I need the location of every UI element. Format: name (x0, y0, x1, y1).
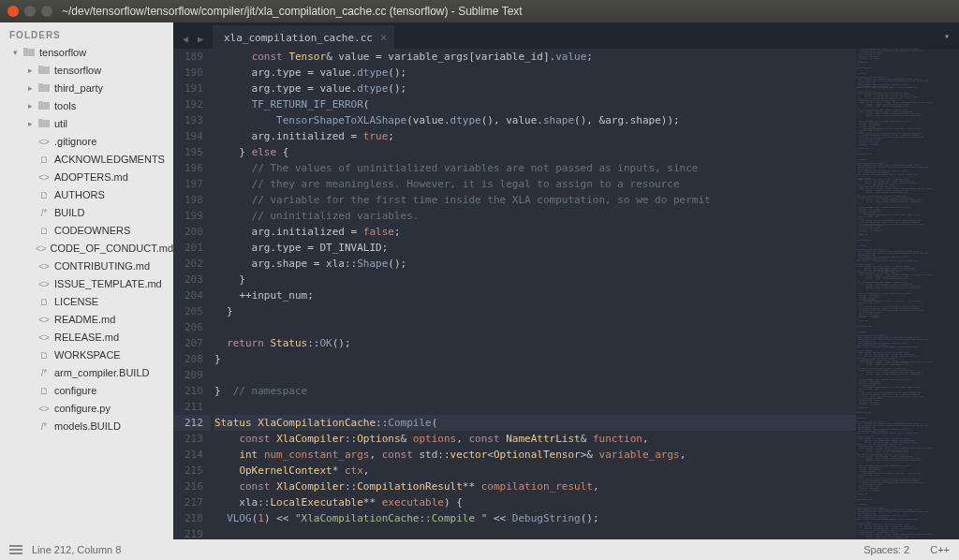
status-bar: Line 212, Column 8 Spaces: 2 C++ (0, 539, 959, 560)
folder-item[interactable]: ▸tools (0, 97, 173, 115)
item-label: configure (54, 383, 96, 399)
file-item[interactable]: <>CONTRIBUTING.md (0, 258, 173, 275)
folder-item[interactable]: ▸util (0, 115, 173, 133)
file-icon: <> (37, 276, 51, 292)
minimap[interactable]: const Tensor&amp; value = variable_args[… (856, 49, 959, 539)
folder-item[interactable]: ▸tensorflow (0, 62, 173, 80)
tab-bar: ◀ ▶ xla_compilation_cache.cc × ▾ (173, 22, 959, 49)
folder-icon (37, 81, 51, 96)
file-item[interactable]: <>ADOPTERS.md (0, 169, 173, 186)
file-item[interactable]: 🗋CODEOWNERS (0, 222, 173, 240)
folder-icon (37, 116, 51, 132)
file-item[interactable]: <>CODE_OF_CONDUCT.md (0, 240, 173, 258)
item-label: WORKSPACE (54, 347, 121, 363)
file-item[interactable]: <>README.md (0, 311, 173, 329)
window-title: ~/dev/tensorflow/tensorflow/compiler/jit… (62, 5, 523, 18)
file-icon: <> (37, 258, 51, 274)
file-item[interactable]: /*BUILD (0, 204, 173, 222)
cursor-position[interactable]: Line 212, Column 8 (32, 544, 121, 555)
item-label: models.BUILD (54, 419, 121, 435)
item-label: ADOPTERS.md (54, 169, 128, 185)
file-icon: 🗋 (37, 152, 51, 168)
file-icon: <> (37, 134, 51, 150)
folder-icon (22, 45, 36, 61)
file-item[interactable]: 🗋ACKNOWLEDGMENTS (0, 151, 173, 169)
folder-tree: ▾tensorflow▸tensorflow▸third_party▸tools… (0, 44, 173, 435)
file-icon: 🗋 (37, 294, 51, 310)
tab-overflow-icon[interactable]: ▾ (938, 27, 955, 45)
item-label: BUILD (54, 205, 84, 221)
disclosure-icon: ▸ (28, 81, 37, 96)
file-icon: <> (36, 241, 47, 257)
menu-icon[interactable] (9, 545, 22, 554)
indent-setting[interactable]: Spaces: 2 (863, 544, 909, 555)
line-number-gutter[interactable]: 1891901911921931941951961971981992002012… (173, 49, 211, 539)
file-item[interactable]: /*models.BUILD (0, 418, 173, 435)
file-icon: 🗋 (37, 187, 51, 203)
file-icon: 🗋 (37, 223, 51, 239)
item-label: third_party (54, 81, 103, 96)
window-controls (7, 6, 52, 17)
nav-forward-button[interactable]: ▶ (194, 32, 207, 45)
file-item[interactable]: 🗋WORKSPACE (0, 346, 173, 364)
sidebar-header: FOLDERS (0, 28, 173, 44)
item-label: util (54, 116, 67, 132)
file-icon: <> (37, 330, 51, 346)
file-item[interactable]: 🗋configure (0, 382, 173, 400)
nav-back-button[interactable]: ◀ (179, 32, 192, 45)
folder-icon (37, 98, 51, 114)
sidebar: FOLDERS ▾tensorflow▸tensorflow▸third_par… (0, 22, 173, 539)
file-icon: /* (37, 419, 51, 435)
window-titlebar: ~/dev/tensorflow/tensorflow/compiler/jit… (0, 0, 959, 22)
item-label: ISSUE_TEMPLATE.md (54, 276, 162, 292)
file-item[interactable]: 🗋LICENSE (0, 293, 173, 311)
folder-icon (37, 63, 51, 79)
file-icon: /* (37, 365, 51, 381)
syntax-setting[interactable]: C++ (930, 544, 950, 555)
disclosure-icon: ▸ (28, 98, 37, 114)
file-item[interactable]: <>.gitignore (0, 133, 173, 151)
item-label: RELEASE.md (54, 330, 119, 346)
file-item[interactable]: <>configure.py (0, 400, 173, 418)
item-label: tensorflow (39, 45, 86, 61)
item-label: CODEOWNERS (54, 223, 130, 239)
folder-item[interactable]: ▾tensorflow (0, 44, 173, 62)
item-label: .gitignore (54, 134, 96, 150)
close-window-button[interactable] (7, 6, 19, 17)
file-icon: 🗋 (37, 347, 51, 363)
editor-area: ◀ ▶ xla_compilation_cache.cc × ▾ 1891901… (173, 22, 959, 539)
item-label: tools (54, 98, 76, 114)
item-label: tensorflow (54, 63, 101, 79)
maximize-window-button[interactable] (41, 6, 52, 17)
item-label: CODE_OF_CONDUCT.md (51, 241, 173, 257)
minimize-window-button[interactable] (24, 6, 36, 17)
disclosure-icon: ▸ (28, 63, 37, 79)
file-icon: <> (37, 169, 51, 185)
code-editor[interactable]: const Tensor& value = variable_args[vari… (211, 49, 856, 539)
tab-active[interactable]: xla_compilation_cache.cc × (213, 25, 394, 49)
item-label: arm_compiler.BUILD (54, 365, 149, 381)
item-label: ACKNOWLEDGMENTS (54, 152, 165, 168)
file-item[interactable]: <>RELEASE.md (0, 329, 173, 346)
file-item[interactable]: <>ISSUE_TEMPLATE.md (0, 275, 173, 293)
file-icon: 🗋 (37, 383, 51, 399)
tab-label: xla_compilation_cache.cc (224, 32, 373, 44)
code-container: 1891901911921931941951961971981992002012… (173, 49, 959, 539)
tab-close-icon[interactable]: × (380, 31, 387, 44)
disclosure-icon: ▾ (13, 45, 22, 61)
item-label: CONTRIBUTING.md (54, 258, 150, 274)
item-label: configure.py (54, 401, 111, 417)
file-item[interactable]: /*arm_compiler.BUILD (0, 364, 173, 382)
file-icon: <> (37, 401, 51, 417)
item-label: LICENSE (54, 294, 98, 310)
disclosure-icon: ▸ (28, 116, 37, 132)
item-label: README.md (54, 312, 115, 328)
file-item[interactable]: 🗋AUTHORS (0, 186, 173, 204)
item-label: AUTHORS (54, 187, 105, 203)
folder-item[interactable]: ▸third_party (0, 80, 173, 97)
file-icon: /* (37, 205, 51, 221)
file-icon: <> (37, 312, 51, 328)
